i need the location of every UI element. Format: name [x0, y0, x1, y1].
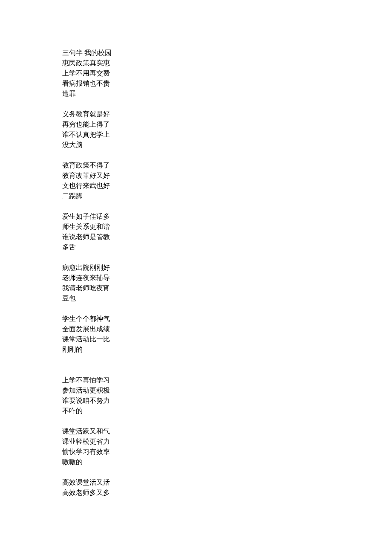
text-line: 再穷也能上得了 [62, 119, 392, 130]
text-line: 谁要说咱不努力 [62, 396, 392, 406]
stanza: 课堂活跃又和气课业轻松更省力愉快学习有效率嗷嗷的 [62, 426, 392, 467]
text-line: 豆包 [62, 293, 392, 304]
text-line: 谁不认真把学上 [62, 130, 392, 140]
text-line: 惠民政策真实惠 [62, 58, 392, 68]
text-line: 上学不用再交费 [62, 68, 392, 78]
text-line: 高效老师多又多 [62, 488, 392, 498]
text-line: 课堂活跃又和气 [62, 426, 392, 436]
text-line: 二踢脚 [62, 191, 392, 201]
text-line: 课堂活动比一比 [62, 334, 392, 344]
text-line: 三句半 我的校园 [62, 48, 392, 58]
text-line: 遭罪 [62, 89, 392, 99]
text-line: 老师连夜来辅导 [62, 273, 392, 283]
stanza: 三句半 我的校园惠民政策真实惠上学不用再交费看病报销也不贵遭罪 [62, 48, 392, 99]
text-line: 师生关系更和谐 [62, 222, 392, 232]
text-line: 参加活动更积极 [62, 385, 392, 396]
text-line: 不咋的 [62, 406, 392, 416]
text-line: 没大脑 [62, 140, 392, 150]
text-line: 病愈出院刚刚好 [62, 263, 392, 273]
text-line: 看病报销也不贵 [62, 78, 392, 89]
stanza: 上学不再怕学习参加活动更积极谁要说咱不努力不咋的 [62, 375, 392, 416]
text-line: 课业轻松更省力 [62, 436, 392, 447]
stanza: 爱生如子佳话多师生关系更和谐谁说老师是管教多舌 [62, 211, 392, 252]
text-line: 义务教育就是好 [62, 109, 392, 119]
text-line: 嗷嗷的 [62, 457, 392, 467]
stanza: 教育政策不得了教育改革好又好文也行来武也好二踢脚 [62, 160, 392, 201]
text-line: 文也行来武也好 [62, 181, 392, 191]
text-line: 上学不再怕学习 [62, 375, 392, 385]
stanza: 高效课堂活又活高效老师多又多 [62, 477, 392, 498]
text-line: 愉快学习有效率 [62, 447, 392, 457]
text-line: 多舌 [62, 242, 392, 252]
text-line: 全面发展出成绩 [62, 324, 392, 334]
stanza: 学生个个都神气全面发展出成绩课堂活动比一比刚刚的 [62, 314, 392, 355]
text-line: 高效课堂活又活 [62, 477, 392, 488]
text-line: 我请老师吃夜宵 [62, 283, 392, 293]
text-line: 教育改革好又好 [62, 171, 392, 181]
text-line: 教育政策不得了 [62, 160, 392, 171]
text-line: 学生个个都神气 [62, 314, 392, 324]
stanza: 义务教育就是好再穷也能上得了谁不认真把学上没大脑 [62, 109, 392, 150]
stanza: 病愈出院刚刚好老师连夜来辅导我请老师吃夜宵豆包 [62, 263, 392, 304]
text-line: 爱生如子佳话多 [62, 211, 392, 222]
text-line: 谁说老师是管教 [62, 232, 392, 242]
text-line: 刚刚的 [62, 344, 392, 355]
document-body: 三句半 我的校园惠民政策真实惠上学不用再交费看病报销也不贵遭罪义务教育就是好再穷… [62, 48, 392, 498]
